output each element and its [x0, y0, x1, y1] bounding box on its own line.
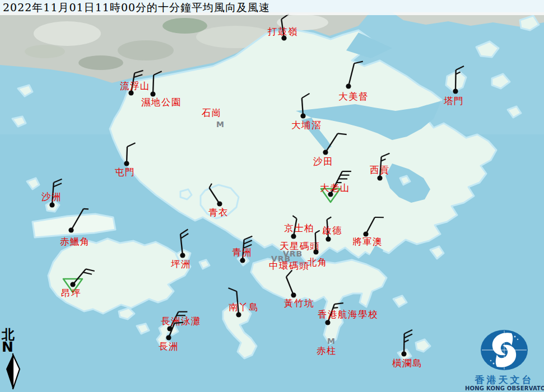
- station-dot: [150, 91, 155, 96]
- station-dot: [166, 335, 171, 340]
- station-dot: [313, 249, 318, 254]
- station-dot: [291, 234, 296, 239]
- station-dot: [240, 258, 245, 263]
- station-label[interactable]: 昂坪: [61, 288, 81, 298]
- station-dot: [453, 88, 458, 94]
- hko-logo-icon: [479, 329, 529, 372]
- station-label[interactable]: 赤柱: [317, 346, 337, 356]
- hko-name-english: HONG KONG OBSERVATORY: [465, 385, 543, 392]
- wind-barb-half: [333, 307, 338, 308]
- station-dot: [124, 161, 129, 166]
- wind-barb-staff: [455, 70, 456, 91]
- station-label[interactable]: 天星碼頭: [280, 241, 320, 251]
- station-label[interactable]: 中環碼頭: [269, 260, 309, 271]
- station-label[interactable]: 大美督: [338, 91, 369, 102]
- north-letter-label: N: [2, 340, 27, 353]
- hko-logo: 香港天文台 HONG KONG OBSERVATORY: [465, 329, 543, 392]
- station-label[interactable]: 屯門: [115, 167, 135, 178]
- station-label[interactable]: 沙洲: [41, 192, 62, 202]
- station-dot: [346, 83, 351, 88]
- station-label[interactable]: 啟德: [322, 225, 342, 236]
- wind-barb-staff: [315, 233, 316, 252]
- station-label[interactable]: 南丫島: [229, 302, 259, 312]
- station-dot: [300, 113, 305, 118]
- station-label[interactable]: 濕地公園: [141, 97, 182, 108]
- station-dot: [377, 175, 382, 180]
- station-dot: [49, 202, 54, 207]
- station-dot: [325, 320, 330, 325]
- station-label[interactable]: 京士柏: [284, 223, 314, 234]
- map-title: 2022年11月01日11時00分的十分鐘平均風向及風速: [0, 1, 270, 15]
- station-label[interactable]: 大埔滘: [291, 120, 322, 130]
- station-label[interactable]: 橫瀾島: [392, 358, 422, 368]
- station-label[interactable]: 青洲: [232, 247, 252, 258]
- station-dot: [68, 227, 73, 232]
- station-label[interactable]: 坪洲: [171, 259, 191, 269]
- station-dot: [326, 236, 331, 241]
- station-label[interactable]: 沙田: [313, 156, 333, 167]
- station-label[interactable]: 石崗: [202, 108, 222, 118]
- station-label[interactable]: 青衣: [208, 207, 229, 218]
- station-dot: [401, 351, 406, 356]
- station-dot: [180, 253, 185, 258]
- station-label[interactable]: 赤鱲角: [60, 236, 90, 247]
- wind-barb-staff: [404, 334, 404, 354]
- station-dot: [236, 312, 241, 317]
- wind-barb-full: [174, 323, 183, 323]
- hko-name-chinese: 香港天文台: [465, 375, 543, 385]
- station-dot: [70, 282, 75, 287]
- station-flag-text: M: [327, 337, 336, 346]
- station-label[interactable]: 打鼓嶺: [267, 26, 298, 37]
- compass-needle-icon: [2, 353, 24, 390]
- station-label[interactable]: 將軍澳: [352, 236, 383, 247]
- north-indicator: 北 N: [2, 328, 27, 392]
- wind-barb-staff: [153, 75, 154, 94]
- title-bar: 2022年11月01日11時00分的十分鐘平均風向及風速: [0, 0, 544, 15]
- station-dot: [291, 292, 296, 297]
- station-flag-text: M: [216, 120, 225, 129]
- station-label[interactable]: 黃竹坑: [284, 298, 314, 309]
- station-label[interactable]: 西貢: [370, 165, 390, 175]
- station-label[interactable]: 北角: [307, 257, 328, 268]
- station-label[interactable]: 長洲: [159, 341, 179, 352]
- wind-map-page: 打鼓嶺流浮山濕地公園M石崗大埔滘大美督塔門沙田大老山西貢屯門沙洲赤鱲角昂坪青衣坪…: [0, 0, 544, 392]
- station-label[interactable]: 香港航海學校: [318, 309, 378, 320]
- station-label[interactable]: 長洲泳灘: [161, 316, 201, 326]
- hong-kong-basemap: 打鼓嶺流浮山濕地公園M石崗大埔滘大美督塔門沙田大老山西貢屯門沙洲赤鱲角昂坪青衣坪…: [0, 0, 544, 392]
- station-dot: [323, 150, 328, 155]
- station-label[interactable]: 流浮山: [120, 81, 150, 91]
- station-label[interactable]: 塔門: [444, 96, 464, 106]
- station-label[interactable]: 大老山: [320, 183, 350, 193]
- station-dot: [217, 201, 222, 206]
